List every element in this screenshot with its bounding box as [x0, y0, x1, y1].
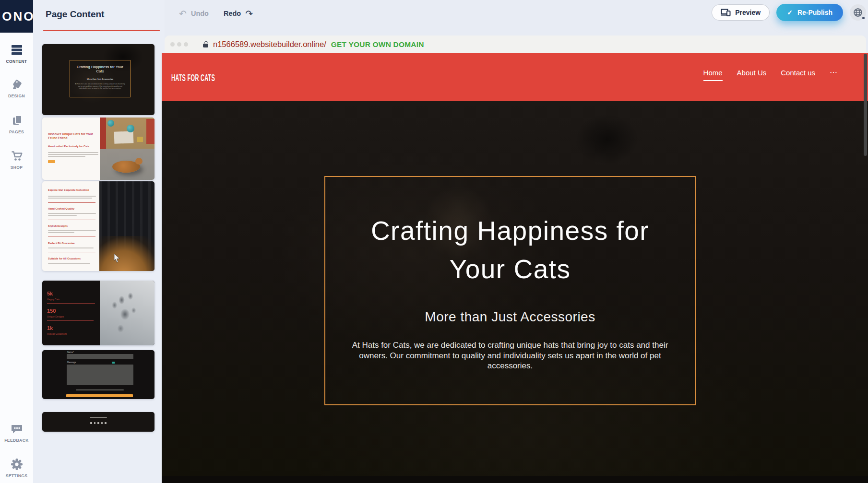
divider-line — [48, 220, 95, 220]
sidebar-item-pages[interactable]: PAGES — [0, 114, 33, 134]
form-submit-button — [66, 394, 133, 397]
site-preview-canvas: n1566589.websitebuilder.online/ GET YOUR… — [162, 0, 868, 483]
sidebar-item-shop[interactable]: SHOP — [0, 149, 33, 170]
thumb-feature-heading: Perfect Fit Guarantee — [48, 242, 100, 245]
hero-subheading: More than Just Accessories — [325, 309, 695, 325]
page-content-panel: Page Content Crafting Happiness for Your… — [33, 0, 165, 483]
site-header: HATS FOR CATS Home About Us Contact us ⋯ — [162, 53, 868, 101]
section-thumbnail-footer[interactable] — [42, 412, 155, 432]
section-thumbnail-features[interactable]: Explore Our Exquisite Collection Hand-Cr… — [42, 181, 155, 271]
section-thumbnail-contact-form[interactable]: Name* Message — [42, 350, 155, 399]
stat-label: Unique Designs — [47, 315, 64, 318]
sidebar-item-settings[interactable]: SETTINGS — [0, 458, 33, 478]
lock-icon — [203, 44, 208, 47]
sidebar-item-label: PAGES — [0, 130, 33, 134]
text-line-placeholder — [48, 213, 96, 214]
hero-paragraph: At Hats for Cats, we are dedicated to cr… — [345, 340, 675, 371]
thumb-hero-heading: Crafting Happiness for Your Cats — [74, 65, 126, 73]
left-nav-rail: CONTENT DESIGN PAGES SHOP — [0, 33, 33, 483]
section-thumbnail-discover[interactable]: Discover Unique Hats for Your Feline Fri… — [42, 118, 155, 180]
panel-red-divider — [43, 30, 160, 31]
text-line-placeholder — [48, 198, 92, 199]
sidebar-item-label: SHOP — [0, 165, 33, 170]
window-buttons — [170, 42, 188, 47]
thumb-discover-heading: Discover Unique Hats for Your Feline Fri… — [48, 132, 96, 140]
text-line-placeholder — [48, 196, 96, 197]
sidebar-item-feedback[interactable]: FEEDBACK — [0, 422, 33, 443]
form-message-textarea — [67, 365, 133, 385]
form-name-input — [67, 354, 133, 359]
thumb-features-photo — [99, 181, 155, 271]
browser-url-bar: n1566589.websitebuilder.online/ GET YOUR… — [165, 35, 866, 53]
site-nav: Home About Us Contact us ⋯ — [703, 69, 838, 81]
stat-label: Happy Cats — [47, 298, 59, 301]
panel-title: Page Content — [46, 9, 104, 20]
form-name-label: Name* — [67, 351, 74, 353]
sidebar-item-label: FEEDBACK — [0, 438, 33, 443]
stat-value: 1k — [47, 325, 53, 331]
shop-cart-icon — [10, 149, 24, 163]
text-line-placeholder — [90, 417, 107, 418]
footer-social-icons — [42, 422, 155, 424]
thumb-discover-subheading: Handcrafted Exclusively for Cats — [48, 145, 98, 148]
design-icon — [10, 78, 24, 91]
thumb-hero-subheading: More than Just Accessories — [74, 78, 126, 81]
text-line-placeholder — [76, 389, 124, 390]
text-line-placeholder — [48, 247, 94, 248]
thumb-feature-heading: Suitable for All Occasions — [48, 257, 100, 260]
feedback-bubble-icon — [10, 422, 24, 436]
divider-line — [47, 320, 94, 321]
ionos-logo-text: IONOS — [0, 0, 33, 33]
nav-item-about[interactable]: About Us — [737, 69, 767, 80]
divider-line — [48, 202, 95, 203]
next-section-edge — [162, 476, 868, 483]
text-line-placeholder — [48, 156, 85, 157]
section-thumbnail-hero[interactable]: Crafting Happiness for Your Cats More th… — [42, 44, 155, 115]
content-icon — [10, 43, 24, 57]
thumb-discover-button — [48, 160, 55, 163]
sidebar-item-label: DESIGN — [0, 94, 33, 98]
hero-heading: Crafting Happiness forYour Cats — [325, 212, 695, 288]
thumb-stats-photo — [100, 281, 155, 345]
text-line-placeholder — [48, 230, 96, 231]
thumb-discover-photo — [100, 118, 155, 180]
thumb-feature-heading: Stylish Designs — [48, 224, 100, 228]
site-url: n1566589.websitebuilder.online/ — [213, 40, 326, 49]
website-builder-app: IONOS CONTENT DESIGN PAGES — [0, 0, 868, 483]
thumb-feature-heading: Hand-Crafted Quality — [48, 207, 100, 211]
thumb-hero-paragraph: At Hats for Cats, we are dedicated to cr… — [75, 83, 125, 90]
settings-gear-icon — [10, 458, 24, 471]
text-line-placeholder — [48, 154, 98, 155]
nav-item-home[interactable]: Home — [703, 69, 723, 81]
pages-icon — [10, 114, 24, 127]
nav-more-icon[interactable]: ⋯ — [830, 68, 838, 77]
get-your-own-domain-link[interactable]: GET YOUR OWN DOMAIN — [331, 40, 424, 49]
sidebar-item-content[interactable]: CONTENT — [0, 43, 33, 64]
form-message-label: Message — [67, 361, 76, 364]
nav-item-contact[interactable]: Contact us — [781, 69, 815, 80]
stat-value: 5k — [47, 291, 53, 296]
hero-selection-box[interactable]: Crafting Happiness forYour Cats More tha… — [324, 176, 696, 405]
sidebar-item-label: SETTINGS — [0, 473, 33, 478]
text-line-placeholder — [48, 232, 74, 233]
form-attachment-icon — [112, 362, 115, 364]
thumb-feature-heading: Explore Our Exquisite Collection — [48, 188, 100, 192]
preview-scrollbar[interactable] — [864, 54, 867, 156]
stat-label: Repeat Customers — [47, 332, 67, 335]
section-thumbnail-stats[interactable]: 5k Happy Cats 150 Unique Designs 1k Repe… — [42, 281, 155, 345]
thumb-hero-selection-box: Crafting Happiness for Your Cats More th… — [70, 60, 131, 97]
text-line-placeholder — [48, 215, 77, 216]
divider-line — [48, 236, 95, 236]
text-line-placeholder — [48, 263, 90, 264]
sidebar-item-label: CONTENT — [0, 59, 33, 64]
stat-value: 150 — [47, 308, 56, 314]
sidebar-item-design[interactable]: DESIGN — [0, 78, 33, 98]
hero-section[interactable]: Crafting Happiness forYour Cats More tha… — [162, 101, 868, 483]
site-logo[interactable]: HATS FOR CATS — [171, 72, 215, 83]
divider-line — [47, 303, 95, 304]
ionos-logo: IONOS — [0, 0, 33, 33]
text-line-placeholder — [48, 152, 98, 153]
divider-line — [48, 252, 95, 252]
